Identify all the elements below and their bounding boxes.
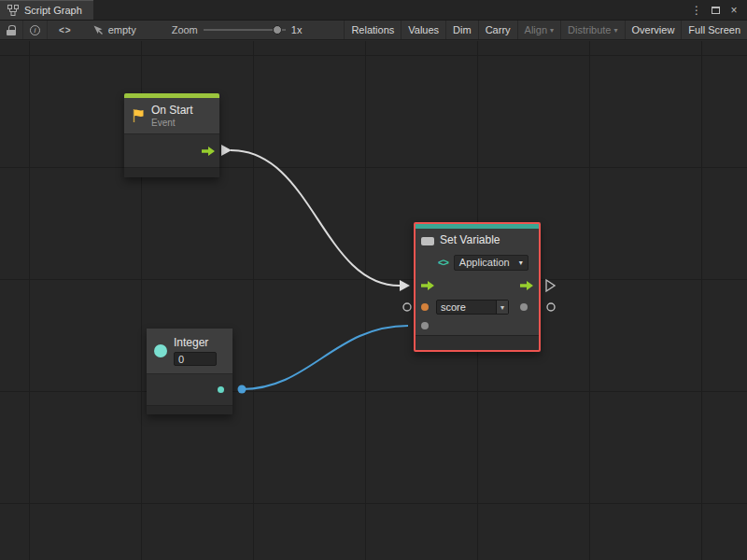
toolbar-button-carry[interactable]: Carry [478, 21, 517, 39]
button-label: Overview [632, 24, 675, 35]
variable-name-dropdown[interactable]: ▾ [496, 301, 508, 314]
flag-icon [132, 108, 145, 123]
toolbar-button-values[interactable]: Values [401, 21, 445, 39]
chevron-down-icon: ▾ [519, 259, 523, 267]
flow-output-port[interactable] [202, 147, 215, 156]
script-graph-window: Script Graph ⋮ × i <> empty Zoom 1x Rela… [0, 0, 747, 560]
node-footer [416, 335, 539, 350]
variable-name-port[interactable] [421, 303, 429, 311]
scope-value: Application [459, 257, 510, 268]
node-header: Integer 0 [147, 329, 233, 373]
toolbar-button-relations[interactable]: Relations [344, 21, 401, 39]
scope-row: <> Application ▾ [416, 251, 539, 273]
flow-output-port[interactable] [520, 281, 533, 290]
lock-glyph [7, 25, 16, 35]
variable-scope-dropdown[interactable]: Application ▾ [454, 255, 529, 271]
node-footer [124, 167, 219, 177]
node-integer[interactable]: Integer 0 [147, 329, 233, 414]
variable-name-field[interactable]: score ▾ [436, 300, 509, 315]
pin-onstart-flow-output[interactable] [221, 145, 232, 156]
chevron-down-icon: ▾ [500, 303, 504, 312]
edit-graph-icon[interactable]: <> [48, 25, 83, 35]
node-subtitle: Event [151, 118, 193, 128]
toolbar-button-fullscreen[interactable]: Full Screen [681, 21, 747, 39]
button-label: Align [525, 24, 547, 35]
zoom-slider[interactable] [204, 23, 286, 36]
zoom-label: Zoom [172, 24, 198, 35]
node-set-variable[interactable]: Set Variable <> Application ▾ [414, 222, 541, 352]
wire-value-flow[interactable] [242, 326, 408, 389]
integer-type-icon [154, 344, 167, 357]
tab-title: Script Graph [24, 5, 82, 16]
value-output-port[interactable] [520, 303, 528, 311]
window-controls: ⋮ × [687, 0, 747, 20]
pin-integer-value-output[interactable] [238, 385, 247, 394]
titlebar: Script Graph ⋮ × [0, 0, 747, 21]
button-label: Full Screen [688, 24, 740, 35]
button-label: Relations [351, 24, 394, 35]
node-header: On Start Event [124, 98, 219, 133]
toolbar-button-align[interactable]: Align▾ [517, 21, 560, 39]
toolbar-button-distribute[interactable]: Distribute▾ [560, 21, 624, 39]
graph-toolbar: i <> empty Zoom 1x Relations Values Dim … [0, 21, 747, 40]
variable-name-value: score [437, 301, 496, 314]
node-title: Set Variable [440, 233, 500, 246]
close-icon[interactable]: × [725, 0, 743, 21]
node-ports [147, 373, 233, 405]
graph-breadcrumb[interactable]: empty [83, 21, 146, 39]
button-label: Dim [453, 24, 472, 35]
integer-value-field[interactable]: 0 [174, 352, 217, 366]
menu-icon[interactable]: ⋮ [687, 0, 706, 21]
integer-output-port[interactable] [218, 386, 224, 393]
wire-control-flow[interactable] [231, 150, 400, 286]
button-label: Carry [486, 24, 511, 35]
lock-icon[interactable] [0, 21, 23, 39]
pin-setvar-flow-out[interactable] [546, 280, 555, 291]
zoom-value: 1x [291, 24, 303, 35]
flow-input-port[interactable] [421, 281, 434, 290]
info-icon[interactable]: i [23, 21, 48, 39]
node-ports [124, 133, 219, 167]
toolbar-button-dim[interactable]: Dim [445, 21, 478, 39]
node-header: Set Variable [416, 229, 539, 251]
maximize-glyph [712, 7, 720, 14]
maximize-icon[interactable] [706, 0, 725, 21]
pin-setvar-name-in[interactable] [403, 303, 411, 311]
zoom-knob[interactable] [273, 25, 282, 35]
code-icon: <> [438, 257, 448, 268]
value-input-port[interactable] [421, 322, 429, 329]
variables-icon [421, 232, 434, 247]
graph-name: empty [108, 24, 136, 35]
node-ports: score ▾ [416, 273, 539, 335]
node-title: On Start [151, 104, 193, 117]
node-title: Integer [174, 336, 217, 349]
graph-canvas[interactable]: On Start Event Set Variable <> [0, 41, 747, 560]
wires-layer [0, 41, 747, 560]
pin-setvar-value-out[interactable] [547, 303, 555, 311]
button-label: Values [408, 24, 439, 35]
wire-control-arrowhead [400, 280, 410, 291]
chevron-down-icon: ▾ [614, 26, 618, 35]
toolbar-button-overview[interactable]: Overview [625, 21, 682, 39]
tab-script-graph[interactable]: Script Graph [0, 0, 93, 20]
graph-pointer-icon [92, 24, 104, 35]
toolbar-buttons: Relations Values Dim Carry Align▾ Distri… [344, 21, 747, 39]
node-footer [147, 405, 233, 414]
button-label: Distribute [568, 24, 611, 35]
chevron-down-icon: ▾ [550, 26, 554, 35]
info-glyph: i [30, 25, 40, 35]
graph-icon [7, 5, 19, 16]
node-on-start[interactable]: On Start Event [124, 93, 219, 177]
